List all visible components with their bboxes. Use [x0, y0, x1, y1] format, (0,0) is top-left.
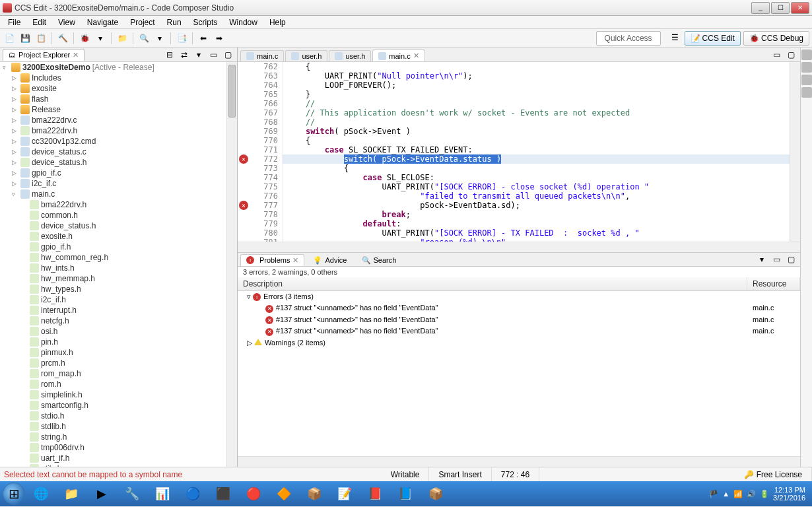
error-marker-icon[interactable]: ✕	[239, 201, 248, 210]
volume-icon[interactable]: 🔊	[747, 490, 756, 498]
system-tray[interactable]: 🏴 ▲ 📶 🔊 🔋 12:13 PM 3/21/2016	[709, 486, 809, 502]
build-button[interactable]: 🔨	[56, 32, 69, 45]
advice-tab[interactable]: 💡Advice	[307, 254, 353, 266]
tree-item[interactable]: stdlib.h	[0, 421, 237, 432]
tree-item[interactable]: ▷gpio_if.c	[0, 168, 237, 178]
sidebar-icon[interactable]	[801, 87, 812, 98]
pdf-icon[interactable]: 📕	[360, 483, 389, 504]
tree-item[interactable]: hw_ints.h	[0, 263, 237, 273]
menu-run[interactable]: Run	[162, 17, 187, 28]
collapse-all-icon[interactable]: ⊟	[163, 48, 176, 61]
tree-item[interactable]: hw_types.h	[0, 284, 237, 294]
tree-item[interactable]: ▿3200ExositeDemo [Active - Release]	[0, 62, 237, 73]
tree-item[interactable]: exosite.h	[0, 231, 237, 242]
close-icon[interactable]: ✕	[413, 51, 419, 60]
editor-tab[interactable]: main.c✕	[372, 50, 424, 61]
tree-item[interactable]: tmp006drv.h	[0, 442, 237, 453]
tree-item[interactable]: interrupt.h	[0, 305, 237, 316]
outline-icon[interactable]	[801, 50, 812, 60]
close-view-icon[interactable]: ✕	[73, 51, 79, 59]
dropdown-icon[interactable]: ▾	[153, 32, 166, 45]
notes-icon[interactable]: 📝	[330, 483, 359, 504]
search-tab[interactable]: 🔍Search	[356, 254, 403, 266]
tree-item[interactable]: ▿main.c	[0, 189, 237, 199]
word-icon[interactable]: 📘	[391, 483, 420, 504]
start-button[interactable]: ⊞	[3, 483, 25, 505]
tree-item[interactable]: uart_if.h	[0, 453, 237, 463]
error-marker-icon[interactable]: ✕	[239, 154, 248, 164]
tree-item[interactable]: gpio_if.h	[0, 242, 237, 252]
tree-item[interactable]: simplelink.h	[0, 389, 237, 400]
ccs-icon[interactable]: 🔧	[118, 483, 147, 504]
tree-item[interactable]: pinmux.h	[0, 347, 237, 358]
tree-item[interactable]: hw_memmap.h	[0, 273, 237, 284]
tree-item[interactable]: ▷i2c_if.c	[0, 178, 237, 189]
tree-item[interactable]: rom_map.h	[0, 368, 237, 379]
explorer-icon[interactable]: 📁	[57, 483, 86, 504]
battery-icon[interactable]: 🔋	[760, 490, 769, 498]
menu-navigate[interactable]: Navigate	[82, 17, 123, 28]
scrollbar[interactable]	[226, 62, 237, 467]
tree-item[interactable]: i2c_if.h	[0, 294, 237, 305]
tree-item[interactable]: netcfg.h	[0, 316, 237, 326]
tree-item[interactable]: hw_common_reg.h	[0, 252, 237, 263]
app-icon[interactable]: 🔴	[239, 483, 268, 504]
save-all-button[interactable]: 📋	[34, 32, 48, 45]
menu-scripts[interactable]: Scripts	[188, 17, 223, 28]
minimize-button[interactable]: _	[751, 2, 770, 14]
dropdown-icon[interactable]: ▾	[94, 32, 107, 45]
tree-item[interactable]: ▷bma222drv.c	[0, 115, 237, 125]
project-explorer-tab[interactable]: 🗂 Project Explorer ✕	[3, 49, 85, 61]
back-button[interactable]: ⬅	[197, 32, 210, 45]
chrome-icon[interactable]: 🔵	[178, 483, 207, 504]
tree-item[interactable]: ▷Release	[0, 104, 237, 115]
menu-file[interactable]: File	[3, 17, 26, 28]
problem-row[interactable]: ✕#137 struct "<unnamed>" has no field "E…	[238, 314, 800, 326]
tray-icon[interactable]: 🏴	[709, 490, 718, 498]
menu-view[interactable]: View	[53, 17, 81, 28]
close-icon[interactable]: ✕	[292, 256, 298, 265]
powerpoint-icon[interactable]: 📊	[148, 483, 177, 504]
close-button[interactable]: ✕	[791, 2, 809, 14]
menu-window[interactable]: Window	[224, 17, 263, 28]
tree-item[interactable]: rom.h	[0, 379, 237, 389]
editor-tab[interactable]: user.h	[329, 50, 371, 61]
project-tree[interactable]: ▿3200ExositeDemo [Active - Release]▷Incl…	[0, 62, 237, 467]
ccs-edit-perspective[interactable]: 📝 CCS Edit	[685, 31, 741, 46]
tree-item[interactable]: string.h	[0, 432, 237, 442]
tree-item[interactable]: prcm.h	[0, 358, 237, 368]
save-button[interactable]: 💾	[18, 32, 32, 45]
tray-icon[interactable]: ▲	[722, 490, 729, 498]
tree-item[interactable]: utils.h	[0, 463, 237, 467]
sidebar-icon[interactable]	[801, 75, 812, 85]
view-menu-icon[interactable]: ▾	[192, 48, 205, 61]
tree-item[interactable]: osi.h	[0, 326, 237, 337]
maximize-view-icon[interactable]: ▢	[784, 253, 797, 266]
warnings-group[interactable]: ▷ Warnings (2 items)	[238, 337, 800, 349]
menu-project[interactable]: Project	[125, 17, 160, 28]
menu-edit[interactable]: Edit	[27, 17, 51, 28]
problem-row[interactable]: ✕#137 struct "<unnamed>" has no field "E…	[238, 325, 800, 337]
ie-icon[interactable]: 🌐	[26, 483, 55, 504]
tree-item[interactable]: ▷bma222drv.h	[0, 125, 237, 136]
view-menu-icon[interactable]: ▾	[755, 253, 768, 266]
maximize-button[interactable]: ☐	[771, 2, 790, 14]
editor-h-scrollbar[interactable]	[238, 242, 800, 252]
tree-item[interactable]: stdio.h	[0, 411, 237, 421]
debug-button[interactable]: 🐞	[78, 32, 91, 45]
new-button[interactable]: 📄	[3, 32, 16, 45]
errors-group[interactable]: ▿ !Errors (3 items)	[238, 291, 800, 303]
perspective-switcher-icon[interactable]: ☰	[669, 31, 682, 44]
app-icon[interactable]: ⬛	[209, 483, 238, 504]
editor-scrollbar[interactable]	[790, 62, 800, 242]
tree-item[interactable]: ▷Includes	[0, 73, 237, 83]
problems-tab[interactable]: !Problems✕	[240, 254, 304, 266]
tree-item[interactable]: ▷flash	[0, 94, 237, 104]
tree-item[interactable]: device_status.h	[0, 220, 237, 231]
tool-button[interactable]: 📑	[175, 32, 188, 45]
forward-button[interactable]: ➡	[213, 32, 226, 45]
tree-item[interactable]: ▷cc3200v1p32.cmd	[0, 136, 237, 147]
vbox-icon[interactable]: 📦	[300, 483, 329, 504]
tree-item[interactable]: ▷exosite	[0, 83, 237, 94]
editor-tab[interactable]: user.h	[285, 50, 327, 61]
